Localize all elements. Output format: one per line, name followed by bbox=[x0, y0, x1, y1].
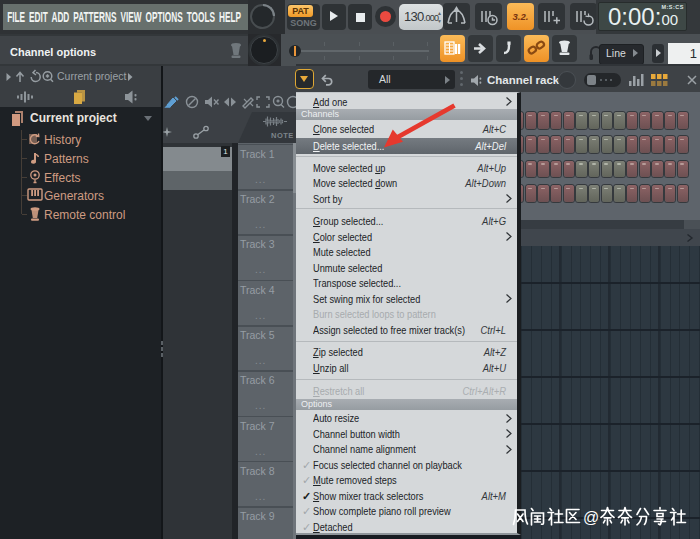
svg-text:@: @ bbox=[583, 509, 599, 526]
